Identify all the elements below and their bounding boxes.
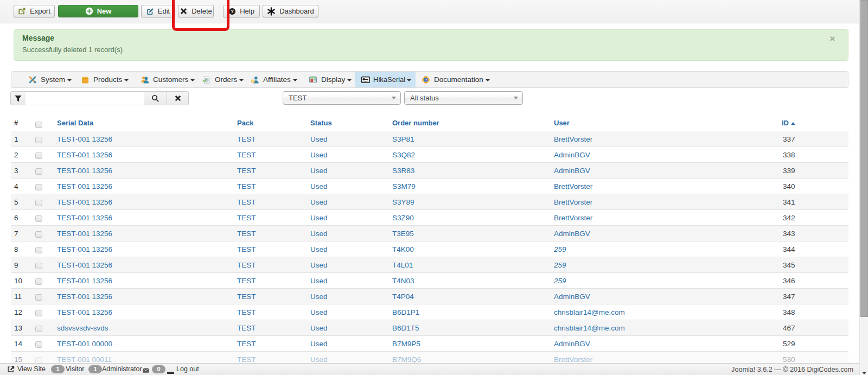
svg-text:$: $ — [252, 79, 254, 84]
svg-text:?: ? — [231, 9, 234, 14]
svg-text:?: ? — [425, 77, 427, 82]
